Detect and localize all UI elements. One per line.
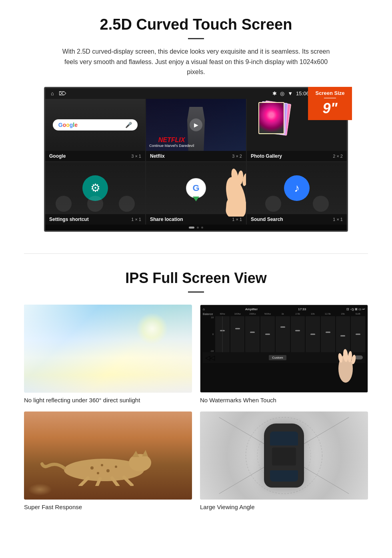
feature-fast-img bbox=[24, 411, 192, 500]
google-app-cell[interactable]: Google 🎤 Google 3 × 1 bbox=[45, 99, 145, 161]
netflix-play-btn[interactable]: ▶ bbox=[190, 118, 202, 131]
svg-point-12 bbox=[129, 454, 151, 472]
feature-watermark-img: ⌂ Amplifier 17:33 ⊡ ◁) ⊠ ▭ ↩ Balance 60h… bbox=[200, 305, 368, 393]
gallery-app-size: 2 × 2 bbox=[333, 154, 343, 159]
section-curved-touch: 2.5D Curved Touch Screen With 2.5D curve… bbox=[0, 0, 392, 245]
amp-labels: 10 0 -10 bbox=[203, 316, 215, 352]
amp-custom-btn[interactable]: Custom bbox=[269, 355, 286, 360]
google-logo: Google bbox=[58, 122, 78, 128]
amp-screen: ⌂ Amplifier 17:33 ⊡ ◁) ⊠ ▭ ↩ Balance 60h… bbox=[200, 305, 368, 392]
netflix-app-content: ▶ NETFLIX Continue Marvel's Daredevil bbox=[146, 99, 246, 151]
amp-slider-3[interactable] bbox=[245, 316, 260, 352]
amp-hand bbox=[332, 347, 360, 384]
sound-label-bar: Sound Search 1 × 1 bbox=[247, 214, 347, 225]
settings-ghost-icons bbox=[45, 193, 145, 214]
section2-title: IPS Full Screen View bbox=[24, 270, 368, 287]
share-app-content: G bbox=[146, 162, 246, 214]
amp-slider-7[interactable] bbox=[306, 316, 320, 352]
share-location-cell[interactable]: G bbox=[146, 162, 246, 225]
location-icon: ◎ bbox=[280, 90, 284, 96]
sound-app-name: Sound Search bbox=[251, 217, 283, 222]
car-roof bbox=[272, 448, 296, 466]
netflix-label-bar: Netflix 3 × 2 bbox=[146, 151, 246, 161]
page: 2.5D Curved Touch Screen With 2.5D curve… bbox=[0, 0, 392, 526]
amp-slider-2[interactable] bbox=[230, 316, 245, 352]
svg-point-22 bbox=[115, 466, 117, 468]
car-windshield bbox=[270, 432, 298, 446]
status-bar-left: ⌂ ⌦ bbox=[51, 90, 66, 96]
badge-label: Screen Size bbox=[312, 90, 348, 96]
share-app-name: Share location bbox=[150, 217, 183, 222]
cheetah-shape bbox=[40, 446, 168, 488]
amp-slider-6[interactable] bbox=[291, 316, 305, 352]
svg-point-21 bbox=[106, 469, 110, 472]
time-display: 15:06 bbox=[296, 90, 309, 96]
mic-icon[interactable]: 🎤 bbox=[125, 122, 132, 128]
google-label-bar: Google 3 × 1 bbox=[45, 151, 145, 161]
feature-viewing: Large Viewing Angle bbox=[200, 411, 368, 510]
feature-viewing-img bbox=[200, 411, 368, 500]
amp-freq-labels: Balance 60hz 100hz 200hz 500hz 1k 2.5k 1… bbox=[203, 313, 365, 315]
section1-divider bbox=[188, 38, 204, 39]
app-grid: Google 🎤 Google 3 × 1 bbox=[45, 99, 347, 225]
google-app-size: 3 × 1 bbox=[131, 154, 141, 159]
netflix-overlay: NETFLIX Continue Marvel's Daredevil bbox=[149, 136, 194, 148]
sound-app-size: 1 × 1 bbox=[333, 217, 343, 222]
gmaps-circle: G bbox=[186, 178, 206, 198]
netflix-app-cell[interactable]: ▶ NETFLIX Continue Marvel's Daredevil Ne… bbox=[146, 99, 246, 161]
amp-time: 17:33 bbox=[298, 307, 306, 311]
sound-app-content: ♪ bbox=[247, 162, 347, 214]
features-grid: No light reflecting under 360° direct su… bbox=[24, 305, 368, 510]
amp-back-icon[interactable]: ◁◁ bbox=[205, 354, 215, 361]
home-icon[interactable]: ⌂ bbox=[51, 90, 54, 96]
feature-sunlight-label: No light reflecting under 360° direct su… bbox=[24, 397, 192, 403]
main-divider bbox=[24, 253, 368, 254]
bluetooth-icon: ✱ bbox=[272, 90, 277, 96]
section1-description: With 2.5D curved-display screen, this de… bbox=[60, 46, 332, 77]
section1-title: 2.5D Curved Touch Screen bbox=[24, 16, 368, 33]
svg-marker-13 bbox=[132, 451, 139, 457]
feature-watermark-label: No Watermarks When Touch bbox=[200, 397, 368, 403]
scroll-dot-2 bbox=[197, 227, 199, 229]
status-bar: ⌂ ⌦ ✱ ◎ ▼ 15:06 ⊡ ◁) ⊠ ▭ bbox=[45, 88, 347, 99]
amp-status-bar: ⌂ Amplifier 17:33 ⊡ ◁) ⊠ ▭ ↩ bbox=[203, 307, 365, 311]
feature-viewing-label: Large Viewing Angle bbox=[200, 504, 368, 510]
amp-home-icon: ⌂ bbox=[203, 307, 205, 311]
sound-search-cell[interactable]: ♪ Sound Search 1 × 1 bbox=[247, 162, 347, 225]
amp-slider-5[interactable] bbox=[276, 316, 290, 352]
gallery-app-name: Photo Gallery bbox=[251, 153, 282, 159]
sound-ghost-icons bbox=[247, 193, 347, 214]
svg-point-20 bbox=[101, 464, 103, 466]
svg-marker-14 bbox=[142, 450, 148, 456]
scroll-dots bbox=[45, 225, 347, 231]
gallery-label-bar: Photo Gallery 2 × 2 bbox=[247, 151, 347, 161]
hand-illustration bbox=[214, 165, 246, 218]
feature-watermark: ⌂ Amplifier 17:33 ⊡ ◁) ⊠ ▭ ↩ Balance 60h… bbox=[200, 305, 368, 403]
settings-app-name: Settings shortcut bbox=[49, 217, 89, 222]
section2-divider bbox=[188, 291, 204, 293]
scroll-dot-3 bbox=[201, 227, 203, 229]
wifi-icon: ▼ bbox=[288, 90, 293, 96]
device-area: Screen Size 9" ⌂ ⌦ ✱ ◎ ▼ 15:06 ⊡ bbox=[44, 87, 348, 232]
scroll-dot-1 bbox=[189, 227, 194, 229]
settings-app-cell[interactable]: ⚙ Settings shortcut 1 × 1 bbox=[45, 162, 145, 225]
settings-label-bar: Settings shortcut 1 × 1 bbox=[45, 214, 145, 225]
settings-app-content: ⚙ bbox=[45, 162, 145, 214]
settings-app-size: 1 × 1 bbox=[131, 217, 141, 222]
netflix-app-size: 3 × 2 bbox=[232, 154, 242, 159]
badge-divider bbox=[324, 98, 336, 98]
amp-slider-1[interactable] bbox=[215, 316, 230, 352]
badge-size: 9" bbox=[312, 100, 348, 117]
netflix-app-name: Netflix bbox=[150, 153, 165, 159]
screen-size-badge: Screen Size 9" bbox=[308, 87, 352, 120]
amp-title: Amplifier bbox=[245, 307, 258, 311]
section-ips: IPS Full Screen View No light reflecting… bbox=[0, 262, 392, 526]
android-screen: ⌂ ⌦ ✱ ◎ ▼ 15:06 ⊡ ◁) ⊠ ▭ bbox=[44, 87, 348, 232]
car-top-view bbox=[264, 424, 304, 488]
amp-slider-4[interactable] bbox=[260, 316, 275, 352]
feature-sunlight-img bbox=[24, 305, 192, 393]
google-app-name: Google bbox=[49, 153, 66, 159]
google-search-bar[interactable]: Google 🎤 bbox=[53, 119, 138, 130]
netflix-logo: NETFLIX bbox=[149, 136, 194, 144]
amp-icons: ⊡ ◁) ⊠ ▭ ↩ bbox=[346, 307, 365, 311]
